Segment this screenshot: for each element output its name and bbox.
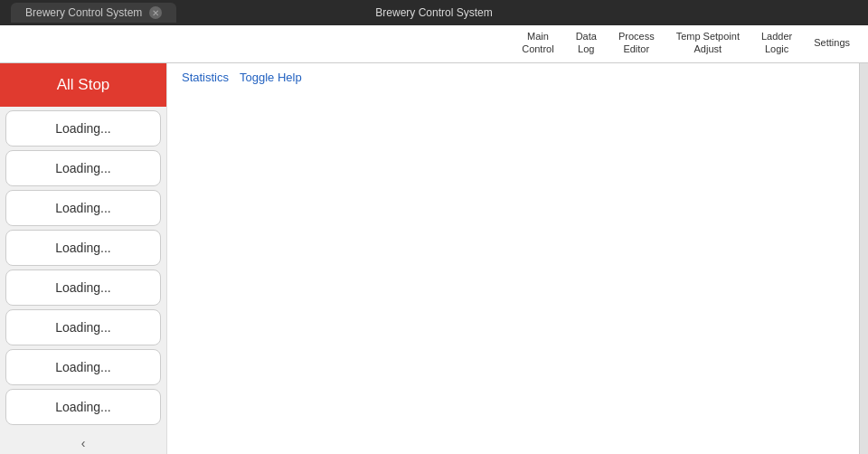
nav-label-line2: Logic — [765, 43, 788, 55]
nav-item-data-log[interactable]: DataLog — [565, 25, 608, 62]
nav-label-line2: Control — [522, 43, 553, 55]
loading-button-0[interactable]: Loading... — [5, 110, 161, 147]
window-tab[interactable]: Brewery Control System ✕ — [11, 3, 176, 23]
all-stop-button[interactable]: All Stop — [0, 63, 166, 107]
nav-items-container: MainControlDataLogProcessEditorTemp Setp… — [511, 25, 861, 62]
toggle-help-link[interactable]: Toggle Help — [240, 71, 302, 84]
title-bar: Brewery Control System ✕ Brewery Control… — [0, 0, 868, 25]
nav-item-ladder-logic[interactable]: LadderLogic — [750, 25, 803, 62]
content-area: Statistics Toggle Help — [167, 63, 859, 454]
nav-label-line2: Editor — [623, 43, 649, 55]
nav-item-temp-setpoint-adjust[interactable]: Temp SetpointAdjust — [665, 25, 750, 62]
nav-label-line2: Adjust — [694, 43, 722, 55]
title-bar-center-title: Brewery Control System — [375, 6, 492, 19]
scrollbar-track[interactable] — [859, 63, 868, 454]
content-links: Statistics Toggle Help — [182, 71, 844, 84]
loading-button-7[interactable]: Loading... — [5, 389, 161, 425]
nav-label-line1: Temp Setpoint — [676, 31, 740, 43]
tab-close-button[interactable]: ✕ — [149, 6, 162, 19]
nav-label-line1: Main — [527, 31, 549, 43]
loading-button-3[interactable]: Loading... — [5, 230, 161, 266]
sidebar-chevron-button[interactable]: ‹ — [0, 430, 166, 454]
sidebar: All Stop Loading...Loading...Loading...L… — [0, 63, 167, 454]
nav-label-line1: Data — [576, 31, 597, 43]
main-content: All Stop Loading...Loading...Loading...L… — [0, 63, 868, 454]
nav-item-settings[interactable]: Settings — [803, 25, 861, 62]
loading-items-container: Loading...Loading...Loading...Loading...… — [0, 107, 166, 429]
nav-label-line1: Ladder — [761, 31, 792, 43]
loading-button-1[interactable]: Loading... — [5, 150, 161, 186]
nav-spacer-left — [7, 25, 511, 62]
nav-bar: MainControlDataLogProcessEditorTemp Setp… — [0, 25, 868, 63]
window-tab-title: Brewery Control System — [25, 6, 142, 19]
statistics-link[interactable]: Statistics — [182, 71, 229, 84]
loading-button-4[interactable]: Loading... — [5, 270, 161, 306]
window-tab-container: Brewery Control System ✕ — [11, 3, 176, 23]
nav-label-line2: Log — [578, 43, 594, 55]
nav-label-line1: Process — [618, 31, 655, 43]
nav-item-process-editor[interactable]: ProcessEditor — [608, 25, 665, 62]
loading-button-2[interactable]: Loading... — [5, 190, 161, 226]
nav-item-main-control[interactable]: MainControl — [511, 25, 564, 62]
chevron-left-icon: ‹ — [81, 436, 86, 450]
loading-button-6[interactable]: Loading... — [5, 349, 161, 385]
nav-label-line1: Settings — [814, 37, 850, 49]
loading-button-5[interactable]: Loading... — [5, 309, 161, 345]
